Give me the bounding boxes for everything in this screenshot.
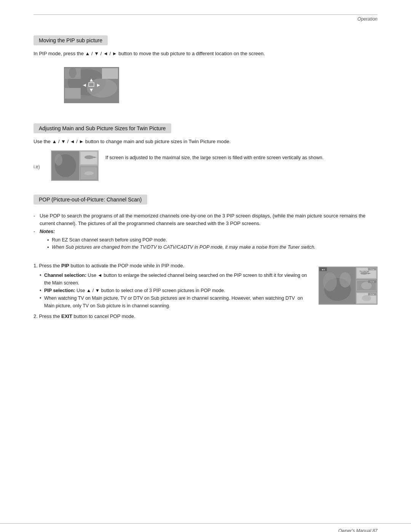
twin-heading: Adjusting Main and Sub Picture Sizes for… <box>33 123 171 133</box>
twin-ie-row: i.e) If screen is adjusted to the max <box>33 150 378 181</box>
step-1-bullet-2: PIP selection: Use ▲ / ▼ button to selec… <box>40 287 312 294</box>
step-1-row: 1. Press the PIP button to activate the … <box>33 262 378 310</box>
svg-text:◄4: ◄4 <box>321 268 325 271</box>
step-1-bullet-1: Channel selection: Use ◄ button to enlar… <box>40 272 312 287</box>
svg-point-18 <box>55 154 62 166</box>
svg-text:TV▲: TV▲ <box>370 268 374 270</box>
twin-body: Use the ▲ / ▼ / ◄ / ► button to change m… <box>33 138 378 146</box>
notes-label: Notes: <box>40 228 55 234</box>
pop-intro-text: Use POP to search the programs of all th… <box>40 213 366 227</box>
svg-text:TV▼: TV▼ <box>370 293 374 296</box>
pip-heading: Moving the PIP sub picture <box>33 35 108 45</box>
svg-point-21 <box>84 155 94 159</box>
pip-body: In PIP mode, press the ▲ / ▼ / ◄ / ► but… <box>33 50 378 58</box>
svg-point-46 <box>362 295 371 301</box>
footer-label: Owner's Manual 87 <box>338 528 378 532</box>
ie-label: i.e) <box>33 150 44 169</box>
pop-heading: POP (Picture-out-of-Picture: Channel Sca… <box>33 195 147 204</box>
svg-point-35 <box>360 272 368 275</box>
note-1: Run EZ Scan channel search before using … <box>47 236 378 244</box>
pop-intro-list: Use POP to search the programs of all th… <box>33 212 378 251</box>
page-container: Operation Moving the PIP sub picture In … <box>0 14 411 532</box>
twin-description: If screen is adjusted to the maximal siz… <box>105 150 323 161</box>
pop-notes-item: Notes: Run EZ Scan channel search before… <box>33 228 378 251</box>
svg-point-30 <box>323 272 337 291</box>
note-2: When Sub pictures are changed from the T… <box>47 244 378 251</box>
step-2-row: 2. Press the EXIT button to cancel POP m… <box>33 313 378 321</box>
notes-bullet-list: Run EZ Scan channel search before using … <box>40 236 378 251</box>
header-label: Operation <box>33 15 378 22</box>
pip-image-container <box>64 67 119 103</box>
pop-screen-image: TV POP TV▲ TV▼ <box>319 267 378 305</box>
step-1-text: 1. Press the PIP button to activate the … <box>33 262 312 270</box>
step-2-text-block: 2. Press the EXIT button to cancel POP m… <box>33 313 378 321</box>
svg-point-25 <box>84 171 94 175</box>
footer-rule <box>0 523 411 524</box>
pip-diagram-image <box>64 67 119 103</box>
step-2-text: 2. Press the EXIT button to cancel POP m… <box>33 313 378 321</box>
svg-point-31 <box>339 272 351 288</box>
step-1-text-block: 1. Press the PIP button to activate the … <box>33 262 312 310</box>
section-pop: POP (Picture-out-of-Picture: Channel Sca… <box>33 195 378 321</box>
section-pip: Moving the PIP sub picture In PIP mode, … <box>33 35 378 110</box>
pop-intro-item: Use POP to search the programs of all th… <box>33 212 378 228</box>
step-1-bullets: Channel selection: Use ◄ button to enlar… <box>33 272 312 310</box>
svg-rect-8 <box>102 68 118 79</box>
step-1-bullet-3: When watching TV on Main picture, TV or … <box>40 294 312 310</box>
numbered-steps: 1. Press the PIP button to activate the … <box>33 262 378 321</box>
svg-text:TV▼: TV▼ <box>370 281 374 283</box>
twin-picture-image <box>51 150 99 181</box>
section-twin: Adjusting Main and Sub Picture Sizes for… <box>33 123 378 181</box>
svg-point-9 <box>69 67 76 78</box>
svg-rect-5 <box>65 88 81 99</box>
